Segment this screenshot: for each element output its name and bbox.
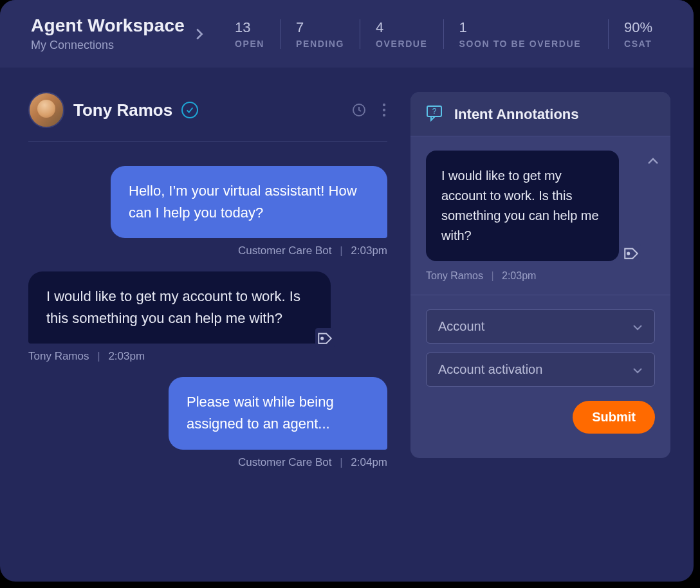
stat-overdue[interactable]: 4 OVERDUE bbox=[360, 19, 443, 49]
chevron-down-icon bbox=[632, 362, 643, 377]
verified-badge-icon bbox=[181, 102, 198, 118]
submit-button[interactable]: Submit bbox=[573, 401, 655, 434]
panel-header: ? Intent Annotations bbox=[410, 92, 670, 136]
bot-message-bubble[interactable]: Please wait while being assigned to an a… bbox=[169, 377, 387, 449]
title-block: Agent Workspace My Connections bbox=[31, 15, 185, 52]
header-bar: Agent Workspace My Connections 13 OPEN 7… bbox=[0, 0, 694, 68]
stat-label: SOON TO BE OVERDUE bbox=[459, 39, 582, 49]
stat-label: OVERDUE bbox=[376, 39, 427, 49]
message-meta: Customer Care Bot | 2:03pm bbox=[238, 244, 387, 257]
quote-meta: Tony Ramos | 2:03pm bbox=[426, 270, 655, 282]
message-time: 2:03pm bbox=[108, 350, 145, 362]
intent-panel: ? Intent Annotations I would like to get… bbox=[410, 92, 670, 458]
stat-value: 90% bbox=[624, 19, 652, 36]
message-meta: Customer Care Bot | 2:04pm bbox=[238, 456, 387, 469]
bot-message-bubble[interactable]: Hello, I’m your virtual assistant! How c… bbox=[111, 166, 387, 238]
panel-body: I would like to get my account to work. … bbox=[410, 136, 670, 458]
svg-point-3 bbox=[383, 114, 385, 116]
message-author: Customer Care Bot bbox=[238, 456, 332, 468]
stats-container: 13 OPEN 7 PENDING 4 OVERDUE 1 SOON TO BE… bbox=[219, 19, 668, 49]
message-meta: Tony Ramos | 2:03pm bbox=[28, 350, 145, 363]
divider bbox=[410, 295, 670, 295]
chat-column: Tony Ramos Hello, I’m your virtual assis… bbox=[28, 92, 387, 573]
svg-point-2 bbox=[383, 109, 385, 111]
message-item: I would like to get my account to work. … bbox=[28, 271, 387, 363]
select-value: Account activation bbox=[438, 362, 542, 377]
chevron-right-icon bbox=[195, 28, 204, 41]
stat-label: PENDING bbox=[296, 39, 344, 49]
annotate-icon[interactable] bbox=[622, 243, 641, 262]
chevron-down-icon bbox=[632, 319, 643, 334]
app-title: Agent Workspace bbox=[31, 15, 185, 36]
app-root: Agent Workspace My Connections 13 OPEN 7… bbox=[0, 0, 694, 582]
annotate-icon[interactable] bbox=[315, 328, 335, 347]
chat-header: Tony Ramos bbox=[28, 92, 387, 142]
message-time: 2:04pm bbox=[351, 456, 387, 468]
more-menu-icon[interactable] bbox=[381, 102, 387, 118]
message-item: Hello, I’m your virtual assistant! How c… bbox=[28, 166, 387, 257]
customer-name: Tony Ramos bbox=[73, 100, 172, 120]
message-item: Please wait while being assigned to an a… bbox=[28, 377, 387, 468]
main-area: Tony Ramos Hello, I’m your virtual assis… bbox=[0, 68, 694, 573]
message-time: 2:03pm bbox=[351, 244, 387, 257]
user-message-bubble[interactable]: I would like to get my account to work. … bbox=[28, 271, 331, 344]
stat-csat[interactable]: 90% CSAT bbox=[608, 19, 668, 49]
select-value: Account bbox=[438, 319, 484, 334]
stat-value: 7 bbox=[296, 19, 344, 36]
message-list: Hello, I’m your virtual assistant! How c… bbox=[28, 142, 387, 469]
svg-text:?: ? bbox=[432, 107, 437, 116]
side-panel-column: ? Intent Annotations I would like to get… bbox=[410, 92, 670, 573]
svg-point-4 bbox=[321, 338, 323, 340]
quote-author: Tony Ramos bbox=[426, 270, 483, 281]
stat-pending[interactable]: 7 PENDING bbox=[280, 19, 360, 49]
intent-select[interactable]: Account activation bbox=[426, 353, 655, 387]
stat-value: 13 bbox=[235, 19, 264, 36]
svg-point-7 bbox=[627, 252, 629, 254]
svg-point-1 bbox=[383, 104, 385, 106]
topic-select[interactable]: Account bbox=[426, 309, 655, 344]
intent-icon: ? bbox=[426, 105, 444, 124]
customer-avatar[interactable] bbox=[28, 92, 64, 128]
stat-open[interactable]: 13 OPEN bbox=[219, 19, 280, 49]
stat-label: OPEN bbox=[235, 39, 264, 49]
stat-value: 1 bbox=[459, 19, 582, 36]
stat-soon-overdue[interactable]: 1 SOON TO BE OVERDUE bbox=[443, 19, 597, 49]
quoted-message: I would like to get my account to work. … bbox=[426, 151, 619, 261]
clock-icon[interactable] bbox=[351, 102, 367, 118]
stat-label: CSAT bbox=[624, 39, 652, 49]
stat-value: 4 bbox=[376, 19, 427, 36]
message-author: Tony Ramos bbox=[28, 350, 89, 362]
panel-title: Intent Annotations bbox=[454, 106, 579, 123]
message-author: Customer Care Bot bbox=[238, 244, 332, 257]
breadcrumb[interactable]: My Connections bbox=[31, 39, 185, 52]
quote-time: 2:03pm bbox=[502, 270, 536, 281]
collapse-icon[interactable] bbox=[647, 156, 659, 167]
